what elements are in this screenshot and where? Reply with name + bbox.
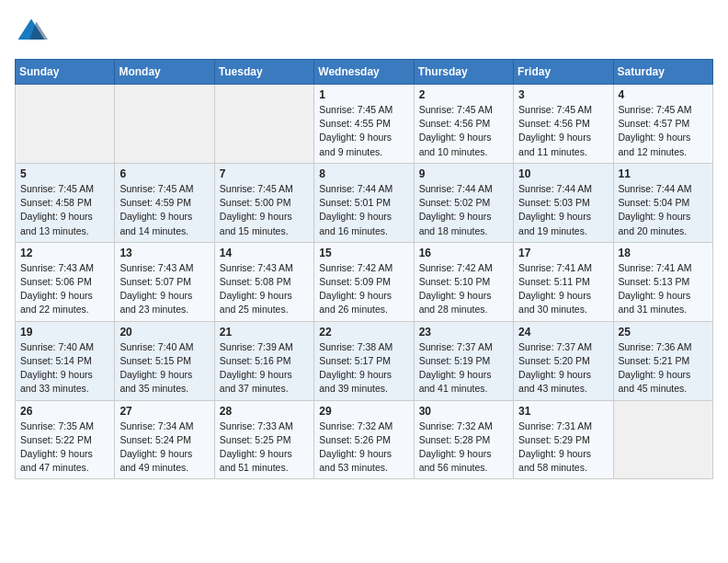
day-cell — [613, 400, 712, 479]
day-info: Sunrise: 7:40 AMSunset: 5:15 PMDaylight:… — [119, 340, 209, 396]
logo — [15, 15, 51, 48]
day-cell: 3Sunrise: 7:45 AMSunset: 4:56 PMDaylight… — [514, 85, 613, 164]
day-number: 6 — [119, 167, 209, 180]
day-info: Sunrise: 7:45 AMSunset: 4:56 PMDaylight:… — [518, 103, 608, 159]
day-info: Sunrise: 7:40 AMSunset: 5:14 PMDaylight:… — [20, 340, 109, 396]
day-number: 30 — [419, 405, 508, 418]
col-header-sunday: Sunday — [16, 60, 115, 85]
day-info: Sunrise: 7:42 AMSunset: 5:09 PMDaylight:… — [319, 261, 408, 317]
day-cell: 12Sunrise: 7:43 AMSunset: 5:06 PMDayligh… — [16, 242, 115, 321]
day-cell: 6Sunrise: 7:45 AMSunset: 4:59 PMDaylight… — [115, 163, 214, 242]
day-cell: 26Sunrise: 7:35 AMSunset: 5:22 PMDayligh… — [16, 400, 115, 479]
day-info: Sunrise: 7:43 AMSunset: 5:08 PMDaylight:… — [220, 261, 309, 317]
day-cell: 8Sunrise: 7:44 AMSunset: 5:01 PMDaylight… — [314, 163, 414, 242]
day-cell: 30Sunrise: 7:32 AMSunset: 5:28 PMDayligh… — [414, 400, 513, 479]
day-number: 18 — [619, 247, 708, 259]
day-info: Sunrise: 7:45 AMSunset: 4:58 PMDaylight:… — [20, 182, 109, 238]
day-cell: 18Sunrise: 7:41 AMSunset: 5:13 PMDayligh… — [613, 242, 712, 321]
day-cell — [115, 85, 214, 164]
day-info: Sunrise: 7:43 AMSunset: 5:06 PMDaylight:… — [20, 261, 109, 317]
day-info: Sunrise: 7:31 AMSunset: 5:29 PMDaylight:… — [518, 419, 608, 476]
day-cell: 11Sunrise: 7:44 AMSunset: 5:04 PMDayligh… — [613, 163, 712, 242]
day-number: 7 — [220, 167, 309, 180]
day-info: Sunrise: 7:44 AMSunset: 5:01 PMDaylight:… — [319, 182, 408, 238]
day-info: Sunrise: 7:32 AMSunset: 5:26 PMDaylight:… — [319, 419, 408, 476]
day-info: Sunrise: 7:32 AMSunset: 5:28 PMDaylight:… — [419, 419, 508, 476]
day-number: 11 — [619, 167, 708, 180]
day-number: 28 — [220, 405, 309, 418]
day-cell: 23Sunrise: 7:37 AMSunset: 5:19 PMDayligh… — [414, 321, 513, 400]
week-row-3: 19Sunrise: 7:40 AMSunset: 5:14 PMDayligh… — [16, 321, 713, 400]
col-header-monday: Monday — [115, 60, 214, 85]
day-info: Sunrise: 7:45 AMSunset: 5:00 PMDaylight:… — [220, 182, 309, 238]
col-header-saturday: Saturday — [613, 60, 712, 85]
day-number: 22 — [319, 326, 408, 339]
day-cell: 13Sunrise: 7:43 AMSunset: 5:07 PMDayligh… — [115, 242, 214, 321]
day-number: 20 — [119, 326, 209, 339]
day-number: 26 — [20, 405, 109, 418]
logo-icon — [15, 15, 48, 48]
day-number: 16 — [419, 247, 508, 259]
day-number: 14 — [220, 247, 309, 259]
week-row-0: 1Sunrise: 7:45 AMSunset: 4:55 PMDaylight… — [16, 85, 713, 164]
day-cell: 17Sunrise: 7:41 AMSunset: 5:11 PMDayligh… — [514, 242, 613, 321]
day-cell: 20Sunrise: 7:40 AMSunset: 5:15 PMDayligh… — [115, 321, 214, 400]
day-number: 31 — [518, 405, 608, 418]
day-number: 27 — [119, 405, 209, 418]
calendar: SundayMondayTuesdayWednesdayThursdayFrid… — [15, 59, 713, 479]
day-info: Sunrise: 7:36 AMSunset: 5:21 PMDaylight:… — [619, 340, 708, 396]
day-cell: 1Sunrise: 7:45 AMSunset: 4:55 PMDaylight… — [314, 85, 414, 164]
day-info: Sunrise: 7:44 AMSunset: 5:02 PMDaylight:… — [419, 182, 508, 238]
day-number: 4 — [619, 88, 708, 101]
day-cell: 24Sunrise: 7:37 AMSunset: 5:20 PMDayligh… — [514, 321, 613, 400]
day-cell — [214, 85, 313, 164]
day-number: 29 — [319, 405, 408, 418]
calendar-header-row: SundayMondayTuesdayWednesdayThursdayFrid… — [16, 60, 713, 85]
day-number: 2 — [419, 88, 508, 101]
day-info: Sunrise: 7:45 AMSunset: 4:59 PMDaylight:… — [119, 182, 209, 238]
day-number: 8 — [319, 167, 408, 180]
day-info: Sunrise: 7:37 AMSunset: 5:20 PMDaylight:… — [518, 340, 608, 396]
day-number: 21 — [220, 326, 309, 339]
day-info: Sunrise: 7:43 AMSunset: 5:07 PMDaylight:… — [119, 261, 209, 317]
day-number: 9 — [419, 167, 508, 180]
day-cell: 16Sunrise: 7:42 AMSunset: 5:10 PMDayligh… — [414, 242, 513, 321]
col-header-wednesday: Wednesday — [314, 60, 414, 85]
week-row-2: 12Sunrise: 7:43 AMSunset: 5:06 PMDayligh… — [16, 242, 713, 321]
day-cell: 7Sunrise: 7:45 AMSunset: 5:00 PMDaylight… — [214, 163, 313, 242]
day-info: Sunrise: 7:41 AMSunset: 5:11 PMDaylight:… — [518, 261, 608, 317]
day-cell: 10Sunrise: 7:44 AMSunset: 5:03 PMDayligh… — [514, 163, 613, 242]
day-info: Sunrise: 7:39 AMSunset: 5:16 PMDaylight:… — [220, 340, 309, 396]
day-cell: 19Sunrise: 7:40 AMSunset: 5:14 PMDayligh… — [16, 321, 115, 400]
day-cell: 15Sunrise: 7:42 AMSunset: 5:09 PMDayligh… — [314, 242, 414, 321]
day-cell: 2Sunrise: 7:45 AMSunset: 4:56 PMDaylight… — [414, 85, 513, 164]
day-cell: 25Sunrise: 7:36 AMSunset: 5:21 PMDayligh… — [613, 321, 712, 400]
day-info: Sunrise: 7:42 AMSunset: 5:10 PMDaylight:… — [419, 261, 508, 317]
header — [15, 15, 713, 48]
day-cell: 22Sunrise: 7:38 AMSunset: 5:17 PMDayligh… — [314, 321, 414, 400]
day-number: 12 — [20, 247, 109, 259]
day-info: Sunrise: 7:45 AMSunset: 4:55 PMDaylight:… — [319, 103, 408, 159]
day-info: Sunrise: 7:33 AMSunset: 5:25 PMDaylight:… — [220, 419, 309, 476]
col-header-friday: Friday — [514, 60, 613, 85]
week-row-1: 5Sunrise: 7:45 AMSunset: 4:58 PMDaylight… — [16, 163, 713, 242]
page: SundayMondayTuesdayWednesdayThursdayFrid… — [0, 0, 728, 494]
day-cell: 4Sunrise: 7:45 AMSunset: 4:57 PMDaylight… — [613, 85, 712, 164]
day-number: 5 — [20, 167, 109, 180]
day-number: 24 — [518, 326, 608, 339]
col-header-tuesday: Tuesday — [214, 60, 313, 85]
day-cell: 21Sunrise: 7:39 AMSunset: 5:16 PMDayligh… — [214, 321, 313, 400]
day-cell: 27Sunrise: 7:34 AMSunset: 5:24 PMDayligh… — [115, 400, 214, 479]
day-info: Sunrise: 7:35 AMSunset: 5:22 PMDaylight:… — [20, 419, 109, 476]
day-info: Sunrise: 7:34 AMSunset: 5:24 PMDaylight:… — [119, 419, 209, 476]
col-header-thursday: Thursday — [414, 60, 513, 85]
day-number: 23 — [419, 326, 508, 339]
day-info: Sunrise: 7:44 AMSunset: 5:04 PMDaylight:… — [619, 182, 708, 238]
day-number: 19 — [20, 326, 109, 339]
day-info: Sunrise: 7:41 AMSunset: 5:13 PMDaylight:… — [619, 261, 708, 317]
day-number: 1 — [319, 88, 408, 101]
day-number: 3 — [518, 88, 608, 101]
day-cell: 9Sunrise: 7:44 AMSunset: 5:02 PMDaylight… — [414, 163, 513, 242]
day-cell: 29Sunrise: 7:32 AMSunset: 5:26 PMDayligh… — [314, 400, 414, 479]
day-info: Sunrise: 7:38 AMSunset: 5:17 PMDaylight:… — [319, 340, 408, 396]
